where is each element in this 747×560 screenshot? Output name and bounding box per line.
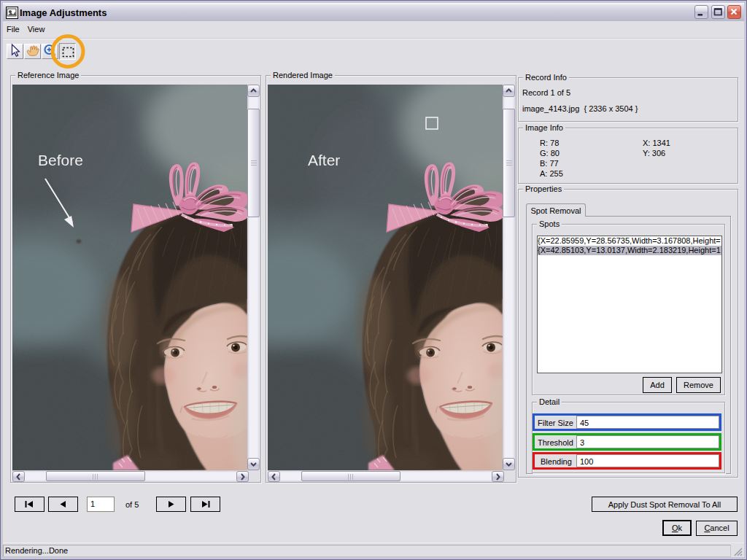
svg-text:Before: Before xyxy=(38,152,83,168)
svg-text:After: After xyxy=(308,152,340,168)
